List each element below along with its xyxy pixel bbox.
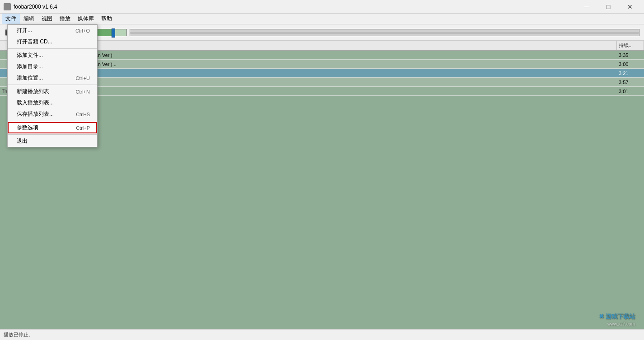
menu-item-library[interactable]: 媒体库 <box>74 14 98 24</box>
menu-add-files[interactable]: 添加文件... <box>8 50 97 61</box>
menu-open-cd-label: 打开音频 CD... <box>17 38 52 46</box>
menu-open[interactable]: 打开... Ctrl+O <box>8 25 97 36</box>
row-title: DDU-DU DDU-DU(Korean Ver.) <box>41 51 617 59</box>
close-button[interactable]: ✕ <box>620 0 640 14</box>
menu-new-playlist[interactable]: 新建播放列表 Ctrl+N <box>8 86 97 97</box>
header-duration: 持续... <box>617 41 644 50</box>
row-title: Don't Know What To Do <box>41 69 617 77</box>
menu-new-playlist-label: 新建播放列表 <box>17 88 49 95</box>
menu-item-file[interactable]: 文件 <box>2 14 20 24</box>
title-bar-buttons: ─ □ ✕ <box>576 0 640 14</box>
watermark: ✖ 游戏下载站 www.xz7.com <box>599 312 635 326</box>
menu-add-dir[interactable]: 添加目录... <box>8 61 97 72</box>
row-duration: 3:21 <box>617 69 644 77</box>
row-title: Forever Young <box>41 78 617 86</box>
menu-new-playlist-shortcut: Ctrl+N <box>76 89 90 94</box>
row-duration: 3:35 <box>617 51 644 59</box>
menu-add-files-label: 添加文件... <box>17 52 43 59</box>
separator-1 <box>8 48 97 49</box>
menu-preferences-shortcut: Ctrl+P <box>76 125 90 131</box>
app-icon <box>4 3 11 10</box>
menu-save-playlist-label: 保存播放列表... <box>17 110 54 118</box>
menu-add-location[interactable]: 添加位置... Ctrl+U <box>8 72 97 84</box>
menu-preferences[interactable]: 参数选项 Ctrl+P <box>8 122 97 133</box>
menu-load-playlist-label: 载入播放列表... <box>17 99 54 107</box>
seek-line <box>130 33 639 33</box>
row-title: How You Like That <box>41 87 617 95</box>
menu-save-playlist-shortcut: Ctrl+S <box>76 112 90 117</box>
menu-add-location-label: 添加位置... <box>17 74 43 82</box>
menu-open-shortcut: Ctrl+O <box>75 28 90 33</box>
row-duration: 3:00 <box>617 60 644 68</box>
status-text: 播放已停止。 <box>4 331 33 338</box>
menu-exit[interactable]: 退出 <box>8 136 97 147</box>
menu-item-view[interactable]: 视图 <box>38 14 56 24</box>
menu-open-label: 打开... <box>17 27 32 34</box>
menu-item-help[interactable]: 帮助 <box>98 14 116 24</box>
header-title: 标题 / 音轨艺术家 <box>41 41 617 50</box>
row-duration: 3:01 <box>617 87 644 95</box>
menu-preferences-label: 参数选项 <box>17 124 38 132</box>
menu-load-playlist[interactable]: 载入播放列表... <box>8 97 97 109</box>
watermark-url: www.xz7.com <box>607 321 635 326</box>
minimize-button[interactable]: ─ <box>576 0 597 14</box>
menu-bar: 文件 编辑 视图 播放 媒体库 帮助 <box>0 14 644 24</box>
status-bar: 播放已停止。 <box>0 329 644 340</box>
title-bar: foobar2000 v1.6.4 ─ □ ✕ <box>0 0 644 14</box>
watermark-logo-text: ✖ 游戏下载站 <box>599 312 635 321</box>
menu-add-location-shortcut: Ctrl+U <box>76 76 90 81</box>
separator-2 <box>8 85 97 85</box>
menu-exit-label: 退出 <box>17 137 28 145</box>
seek-bar[interactable] <box>130 29 639 36</box>
menu-item-edit[interactable]: 编辑 <box>20 14 38 24</box>
row-duration: 3:57 <box>617 78 644 86</box>
file-dropdown-menu: 打开... Ctrl+O 打开音频 CD... 添加文件... 添加目录... … <box>7 24 98 147</box>
separator-3 <box>8 121 97 121</box>
maximize-button[interactable]: □ <box>598 0 619 14</box>
menu-item-playback[interactable]: 播放 <box>56 14 74 24</box>
menu-open-cd[interactable]: 打开音频 CD... <box>8 36 97 47</box>
menu-save-playlist[interactable]: 保存播放列表... Ctrl+S <box>8 109 97 120</box>
title-bar-text: foobar2000 v1.6.4 <box>14 4 576 10</box>
volume-thumb[interactable] <box>112 28 115 38</box>
row-title: DDU-DU DDU-DU(Korean Ver.)... <box>41 60 617 68</box>
menu-add-dir-label: 添加目录... <box>17 63 43 71</box>
separator-4 <box>8 134 97 135</box>
